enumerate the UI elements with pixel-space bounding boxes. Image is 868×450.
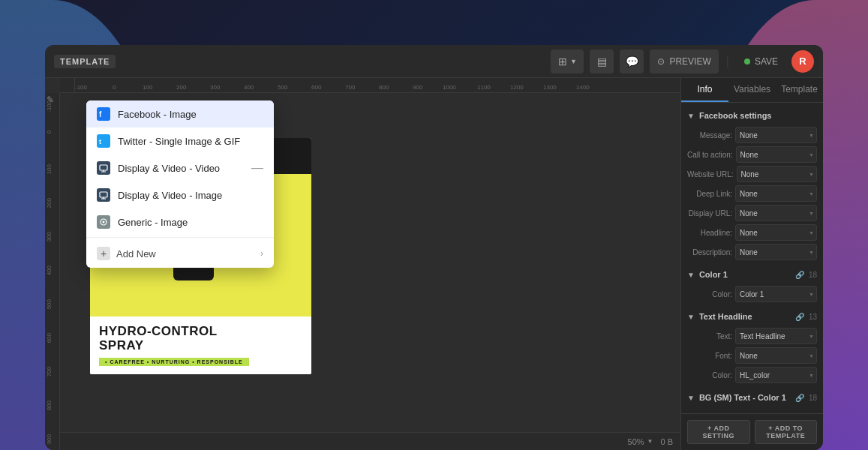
panel-tabs: Info Variables Template	[681, 78, 823, 103]
add-new-button[interactable]: + Add New ›	[86, 239, 274, 268]
panel-bottom-buttons: + ADD SETTING + ADD TO TEMPLATE	[681, 413, 823, 450]
dropdown-item-facebook[interactable]: f Facebook - Image	[86, 100, 274, 128]
display-url-select[interactable]: None	[735, 205, 817, 221]
headline-count: 13	[809, 313, 817, 321]
color1-header[interactable]: ▼ Color 1 🔗 18	[687, 268, 817, 281]
website-url-row: Website URL: None	[687, 166, 817, 182]
dropdown-item-display-video[interactable]: Display & Video - Video —	[86, 154, 274, 182]
headline-row: Headline: None	[687, 224, 817, 241]
deep-link-select[interactable]: None	[735, 185, 817, 202]
card-ticker: • CAREFREE • NURTURING • RESPONSIBLE	[99, 358, 249, 366]
main-layout: -100 0 100 200 300 400 500 600 700 800 9…	[45, 78, 823, 450]
color1-section: ▼ Color 1 🔗 18 Color: Color 1	[687, 268, 817, 302]
cta-label: Call to action:	[687, 151, 733, 159]
text-headline-font-row: Font: None	[687, 347, 817, 364]
color1-wrapper: Color 1	[735, 286, 817, 302]
dropdown-item-label: Generic - Image	[118, 217, 188, 228]
zoom-arrow-icon: ▼	[647, 438, 653, 445]
dropdown-item-twitter[interactable]: t Twitter - Single Image & GIF	[86, 128, 274, 154]
text-headline-text-row: Text: Text Headline	[687, 328, 817, 344]
website-url-wrapper: None	[737, 166, 817, 182]
preview-button[interactable]: ⊙ PREVIEW	[650, 50, 718, 74]
edit-icon[interactable]: ✎	[47, 94, 54, 105]
headline-select[interactable]: None	[735, 224, 817, 241]
tab-template[interactable]: Template	[776, 78, 823, 102]
dropdown-divider	[86, 237, 274, 238]
description-label: Description:	[687, 248, 732, 256]
save-button[interactable]: SAVE	[737, 50, 785, 74]
section-title-headline: Text Headline	[699, 312, 791, 321]
app-container: TEMPLATE ⊞ ▼ ▤ 💬 ⊙ PREVIEW | SAVE R	[45, 45, 823, 450]
text-headline-text-select[interactable]: Text Headline	[735, 328, 817, 344]
user-avatar[interactable]: R	[791, 50, 814, 73]
canvas-bottombar: 50% ▼ 0 B	[60, 432, 680, 450]
link-icon: 🔗	[795, 271, 804, 279]
text-headline-font-wrapper: None	[735, 347, 817, 364]
chevron-down-icon: ▼	[687, 313, 695, 321]
add-setting-button[interactable]: + ADD SETTING	[687, 420, 750, 444]
dropdown-item-generic[interactable]: Generic - Image	[86, 208, 274, 236]
ruler-top: -100 0 100 200 300 400 500 600 700 800 9…	[60, 78, 680, 93]
zoom-value: 50%	[628, 437, 644, 446]
message-select[interactable]: None	[735, 127, 817, 143]
link-icon: 🔗	[795, 394, 804, 402]
cta-row: Call to action: None	[687, 146, 817, 163]
tab-variables[interactable]: Variables	[728, 78, 776, 102]
color1-count: 18	[809, 271, 817, 279]
add-arrow-icon: ›	[260, 248, 263, 259]
chat-button[interactable]: 💬	[620, 50, 644, 74]
right-panel: Info Variables Template ▼ Facebook setti…	[680, 78, 823, 450]
display-url-wrapper: None	[735, 205, 817, 221]
tab-info[interactable]: Info	[681, 78, 728, 102]
grid-arrow-icon: ▼	[570, 58, 577, 65]
table-icon: ▤	[597, 56, 607, 68]
color1-label: Color:	[687, 290, 732, 298]
deep-link-wrapper: None	[735, 185, 817, 202]
camera-icon: ⊙	[657, 56, 665, 67]
card-footer: HYDRO-CONTROLSPRAY • CAREFREE • NURTURIN…	[90, 316, 311, 374]
save-label: SAVE	[755, 56, 778, 67]
text-headline-text-wrapper: Text Headline	[735, 328, 817, 344]
dropdown-item-label: Display & Video - Video	[118, 163, 220, 174]
text-headline-text-label: Text:	[687, 332, 732, 340]
message-row: Message: None	[687, 127, 817, 143]
bg-sm-header[interactable]: ▼ BG (SM) Text - Color 1 🔗 18	[687, 391, 817, 404]
product-name: HYDRO-CONTROLSPRAY	[99, 324, 302, 353]
canvas-content: HA INTINESURGE	[60, 93, 680, 432]
svg-text:f: f	[99, 110, 102, 118]
ruler-left: -100 0 100 200 300 400 500 600 700 800 9…	[45, 93, 60, 450]
facebook-icon: f	[97, 107, 110, 121]
file-size: 0 B	[660, 437, 673, 446]
dropdown-item-display-image[interactable]: Display & Video - Image	[86, 182, 274, 208]
color1-select[interactable]: Color 1	[735, 286, 817, 302]
text-headline-font-select[interactable]: None	[735, 347, 817, 364]
description-wrapper: None	[735, 244, 817, 260]
message-select-wrapper: None	[735, 127, 817, 143]
cta-select[interactable]: None	[736, 146, 817, 163]
text-headline-color-label: Color:	[687, 371, 732, 380]
text-headline-color-select[interactable]: HL_color	[735, 367, 817, 383]
zoom-control[interactable]: 50% ▼	[628, 437, 653, 446]
cta-select-wrapper: None	[736, 146, 817, 163]
bg-sm-count: 18	[809, 394, 817, 402]
svg-rect-13	[100, 165, 107, 170]
topbar: TEMPLATE ⊞ ▼ ▤ 💬 ⊙ PREVIEW | SAVE R	[45, 45, 823, 78]
text-headline-section: ▼ Text Headline 🔗 13 Text: Text Headline	[687, 310, 817, 383]
message-label: Message:	[687, 131, 732, 140]
topbar-left: TEMPLATE	[54, 55, 116, 68]
svg-text:t: t	[99, 138, 101, 146]
headline-wrapper: None	[735, 224, 817, 241]
twitter-icon: t	[97, 134, 110, 148]
dropdown-item-label: Facebook - Image	[118, 109, 197, 120]
dropdown-item-label: Twitter - Single Image & GIF	[118, 136, 240, 147]
grid-view-button[interactable]: ⊞ ▼	[551, 50, 584, 74]
description-select[interactable]: None	[735, 244, 817, 260]
chat-icon: 💬	[626, 56, 638, 68]
text-headline-header[interactable]: ▼ Text Headline 🔗 13	[687, 310, 817, 323]
facebook-settings-header[interactable]: ▼ Facebook settings	[687, 109, 817, 122]
svg-rect-16	[100, 192, 107, 197]
website-url-select[interactable]: None	[737, 166, 817, 182]
add-to-template-button[interactable]: + ADD TO TEMPLATE	[755, 420, 818, 444]
text-headline-color-wrapper: HL_color	[735, 367, 817, 383]
table-view-button[interactable]: ▤	[590, 50, 614, 74]
